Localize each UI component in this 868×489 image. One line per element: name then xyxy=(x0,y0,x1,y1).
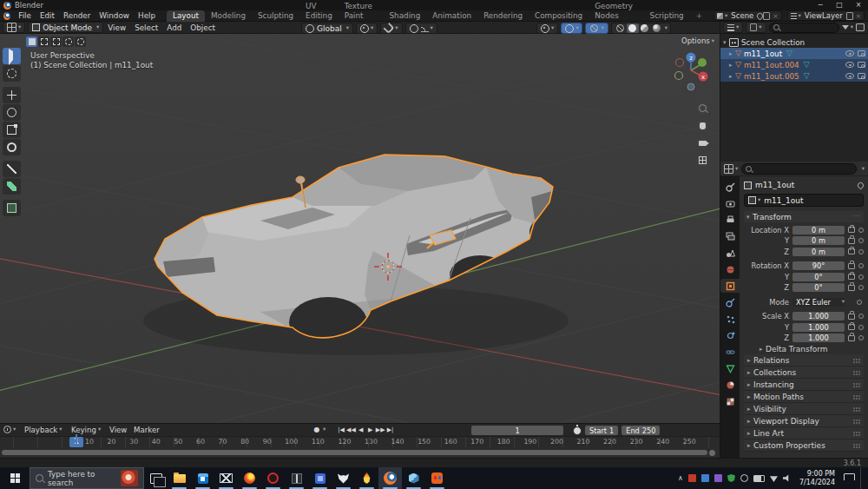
outliner-search-input[interactable] xyxy=(769,23,839,33)
tab-texture[interactable] xyxy=(720,394,740,408)
tab-texture-paint[interactable]: Texture Paint xyxy=(339,1,384,22)
xray-toggle[interactable]: ▾ xyxy=(585,23,608,34)
select-extend-button[interactable] xyxy=(38,36,49,47)
menu-select[interactable]: Select xyxy=(130,23,162,32)
lock-icon[interactable] xyxy=(848,238,855,244)
remove-view-layer-icon[interactable]: × xyxy=(856,12,861,20)
viewport-3d[interactable]: User Perspective (1) Scene Collection | … xyxy=(0,34,720,423)
timeline-editor-button[interactable]: ▾ xyxy=(3,424,16,435)
tab-scripting[interactable]: Scripting xyxy=(644,10,690,22)
gizmos-toggle[interactable]: ▾ xyxy=(536,23,558,34)
view-layer-selector[interactable]: ▾ ViewLayer × xyxy=(787,10,865,21)
menu-help[interactable]: Help xyxy=(134,11,160,20)
material-shading-button[interactable] xyxy=(639,23,651,33)
taskbar-clock[interactable]: 9:00 PM 7/14/2024 xyxy=(799,470,835,487)
close-button[interactable]: × xyxy=(849,0,868,10)
hide-viewport-icon[interactable] xyxy=(845,73,854,79)
jump-to-start-button[interactable]: |◀ xyxy=(337,425,345,435)
menu-view[interactable]: View xyxy=(103,23,130,32)
tray-app-icon-1[interactable] xyxy=(688,474,696,482)
flame-app-button[interactable] xyxy=(355,467,378,489)
select-subtract-button[interactable] xyxy=(50,36,62,47)
location-x-input[interactable]: 0 m xyxy=(792,226,845,235)
current-frame-field[interactable]: 1 xyxy=(471,426,563,435)
rendered-shading-button[interactable] xyxy=(651,23,663,33)
play-reverse-button[interactable]: ◀ xyxy=(357,425,365,435)
drag-handle-icon[interactable] xyxy=(852,370,860,375)
disable-render-icon[interactable] xyxy=(858,73,865,79)
red-ring-app-button[interactable] xyxy=(261,467,285,489)
timeline-scrollbar[interactable] xyxy=(2,450,707,455)
menu-window[interactable]: Window xyxy=(95,11,134,20)
tab-compositing[interactable]: Compositing xyxy=(529,10,589,22)
menu-edit[interactable]: Edit xyxy=(36,11,59,20)
scene-selector[interactable]: ▾ Scene × xyxy=(713,10,781,21)
mail-button[interactable] xyxy=(214,467,238,489)
menu-file[interactable]: File xyxy=(14,11,36,20)
viewport-display-panel[interactable]: ▸ Viewport Display xyxy=(744,415,864,427)
scale-z-input[interactable]: 1.000 xyxy=(792,334,845,342)
scale-tool[interactable] xyxy=(3,122,21,138)
lock-icon[interactable] xyxy=(848,335,855,341)
solid-shading-button[interactable] xyxy=(627,23,639,33)
blender-taskbar-button[interactable] xyxy=(378,467,402,489)
options-button[interactable]: Options ▾ xyxy=(681,36,714,45)
timeline-ruler[interactable]: 1020304050607080901001101201301401501601… xyxy=(0,436,720,447)
drag-handle-icon[interactable] xyxy=(852,431,860,436)
wifi-icon[interactable] xyxy=(770,474,778,482)
tab-material[interactable] xyxy=(720,378,740,392)
lock-icon[interactable] xyxy=(848,248,855,254)
tray-expand-icon[interactable]: ∧ xyxy=(678,474,683,482)
panel-menu-icon[interactable]: ··· xyxy=(852,213,861,221)
tab-animation[interactable]: Animation xyxy=(426,10,477,22)
pan-button[interactable] xyxy=(696,119,709,132)
previous-keyframe-button[interactable]: ◀◀ xyxy=(346,425,356,435)
tab-constraints[interactable] xyxy=(720,345,740,359)
object-name-field[interactable]: ▾ m11_1out xyxy=(744,194,864,207)
volume-icon[interactable] xyxy=(783,474,791,482)
tab-sculpting[interactable]: Sculpting xyxy=(252,10,299,22)
animate-decorator-icon[interactable] xyxy=(858,274,864,280)
tab-modifiers[interactable] xyxy=(720,295,740,309)
delta-transform-panel[interactable]: ▸ Delta Transform xyxy=(744,344,864,354)
line-art-panel[interactable]: ▸ Line Art xyxy=(744,427,864,439)
drag-handle-icon[interactable] xyxy=(852,419,860,424)
animate-decorator-icon[interactable] xyxy=(858,325,864,330)
new-collection-button[interactable] xyxy=(856,23,865,31)
outliner-scene-collection[interactable]: ▾ Scene Collection xyxy=(720,36,868,48)
security-shield-icon[interactable] xyxy=(727,474,735,482)
drag-handle-icon[interactable] xyxy=(852,382,860,387)
transform-panel-header[interactable]: ▾ Transform ··· xyxy=(744,211,864,222)
animate-decorator-icon[interactable] xyxy=(857,300,862,305)
visibility-panel[interactable]: ▸ Visibility xyxy=(744,403,864,415)
timeline-scrollbar-knob[interactable] xyxy=(709,450,715,456)
collections-panel[interactable]: ▸ Collections xyxy=(744,367,864,379)
tray-app-icon-3[interactable] xyxy=(714,474,722,482)
tab-uv-editing[interactable]: UV Editing xyxy=(299,1,339,22)
scale-x-input[interactable]: 1.000 xyxy=(792,312,845,320)
motion-paths-panel[interactable]: ▸ Motion Paths xyxy=(744,391,864,403)
editor-type-button[interactable]: ▾ xyxy=(3,22,25,33)
viewer-app-button[interactable] xyxy=(402,467,425,489)
select-invert-button[interactable] xyxy=(62,36,74,47)
animate-decorator-icon[interactable] xyxy=(858,263,864,268)
animate-decorator-icon[interactable] xyxy=(858,335,864,340)
overlays-toggle[interactable]: ▾ xyxy=(561,23,582,34)
zoom-button[interactable] xyxy=(696,102,709,115)
tab-view-layer[interactable] xyxy=(720,229,740,243)
pivot-point-selector[interactable]: ▾ xyxy=(356,23,378,34)
rotation-y-input[interactable]: 0° xyxy=(792,273,845,281)
properties-search-input[interactable] xyxy=(741,163,856,175)
orientation-selector[interactable]: Global ▾ xyxy=(301,23,353,34)
measure-tool[interactable] xyxy=(3,178,21,195)
add-workspace-button[interactable]: + xyxy=(690,10,708,22)
filter-icon[interactable] xyxy=(842,25,849,30)
tab-scene[interactable] xyxy=(720,246,740,260)
task-view-button[interactable] xyxy=(144,467,168,489)
lock-icon[interactable] xyxy=(848,263,855,269)
wireframe-shading-button[interactable] xyxy=(615,23,627,33)
select-intersect-button[interactable] xyxy=(75,36,86,47)
custom-properties-panel[interactable]: ▸ Custom Properties xyxy=(744,439,864,452)
menu-render[interactable]: Render xyxy=(59,11,95,20)
menu-object[interactable]: Object xyxy=(186,23,220,32)
